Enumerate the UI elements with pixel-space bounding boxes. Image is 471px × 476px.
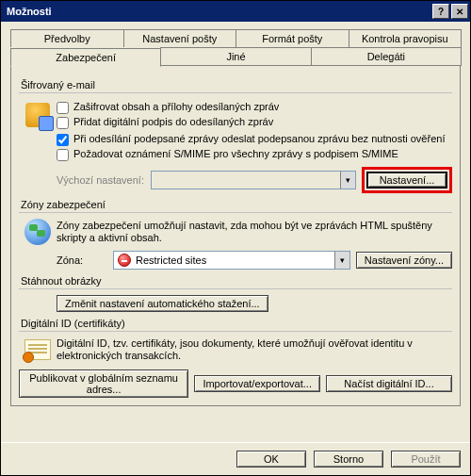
auto-download-settings-button[interactable]: Změnit nastavení automatického stažení..… xyxy=(57,295,268,312)
titlebar: Možnosti ? ✕ xyxy=(1,1,470,22)
tab-predvolby[interactable]: Předvolby xyxy=(10,29,124,47)
chevron-down-icon xyxy=(340,172,355,189)
apply-button[interactable]: Použít xyxy=(391,451,461,468)
zone-settings-button[interactable]: Nastavení zóny... xyxy=(356,252,452,269)
cancel-button[interactable]: Storno xyxy=(314,451,383,468)
chk-request-smime-label: Požadovat oznámení S/MIME pro všechny zp… xyxy=(73,148,398,160)
chevron-down-icon xyxy=(334,252,349,269)
ok-button[interactable]: OK xyxy=(236,451,306,468)
chk-send-clear[interactable] xyxy=(57,134,69,146)
zone-label: Zóna: xyxy=(57,254,113,266)
certificate-icon xyxy=(24,339,51,360)
load-digital-id-button[interactable]: Načíst digitální ID... xyxy=(326,375,452,392)
shield-lock-icon xyxy=(25,103,50,127)
chk-add-signature-label: Přidat digitální podpis do odesílaných z… xyxy=(73,116,273,128)
group-encrypted-legend: Šifrovaný e-mail xyxy=(19,79,452,90)
publish-gal-button[interactable]: Publikovat v globálním seznamu adres... xyxy=(19,369,188,398)
tab-format-posty[interactable]: Formát pošty xyxy=(236,29,349,47)
chk-add-signature[interactable] xyxy=(57,117,69,129)
dialog-footer: OK Storno Použít xyxy=(1,442,470,475)
default-settings-combo[interactable] xyxy=(151,171,356,189)
zone-combo[interactable]: Restricted sites xyxy=(113,251,350,270)
settings-button[interactable]: Nastavení... xyxy=(366,172,447,189)
tab-zabezpeceni[interactable]: Zabezpečení xyxy=(10,48,161,67)
tab-kontrola-pravopisu[interactable]: Kontrola pravopisu xyxy=(349,29,463,47)
tab-delegati[interactable]: Delegáti xyxy=(311,47,462,66)
chk-request-smime[interactable] xyxy=(57,149,69,161)
restricted-icon xyxy=(118,254,131,267)
tabs: Předvolby Nastavení pošty Formát pošty K… xyxy=(10,29,461,406)
group-digital-legend: Digitální ID (certifikáty) xyxy=(19,318,452,329)
highlight-box: Nastavení... xyxy=(362,167,452,193)
group-download-legend: Stáhnout obrázky xyxy=(19,275,452,287)
chk-encrypt-content-label: Zašifrovat obsah a přílohy odesílaných z… xyxy=(73,101,279,113)
tab-jine[interactable]: Jiné xyxy=(160,47,311,66)
chk-send-clear-label: Při odesílání podepsané zprávy odeslat p… xyxy=(73,133,445,145)
window-title: Možnosti xyxy=(7,6,430,17)
chk-encrypt-content[interactable] xyxy=(57,102,69,114)
group-zones-legend: Zóny zabezpečení xyxy=(19,199,452,210)
globe-icon xyxy=(24,219,51,245)
close-button[interactable]: ✕ xyxy=(451,4,468,19)
tab-panel: Šifrovaný e-mail Zašifrovat obsah a příl… xyxy=(10,65,461,406)
help-button[interactable]: ? xyxy=(432,4,449,19)
zone-value: Restricted sites xyxy=(136,254,206,266)
digital-description: Digitální ID, tzv. certifikáty, jsou dok… xyxy=(57,337,452,362)
tab-nastaveni-posty[interactable]: Nastavení pošty xyxy=(123,29,237,47)
zones-description: Zóny zabezpečení umožňují nastavit, zda … xyxy=(57,220,452,244)
default-settings-label: Výchozí nastavení: xyxy=(57,174,151,186)
import-export-button[interactable]: Importovat/exportovat... xyxy=(194,375,320,392)
